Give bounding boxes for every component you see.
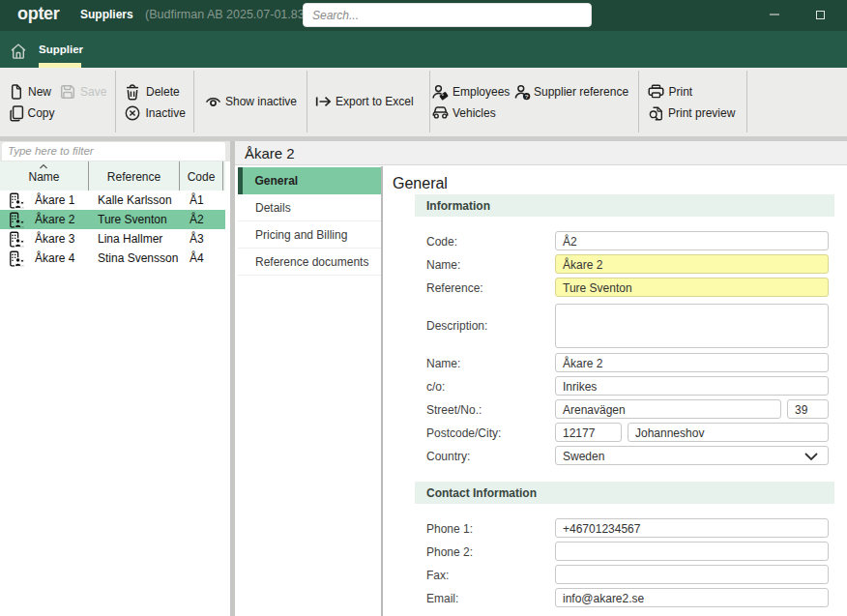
svg-text:?: ? [525, 93, 529, 100]
